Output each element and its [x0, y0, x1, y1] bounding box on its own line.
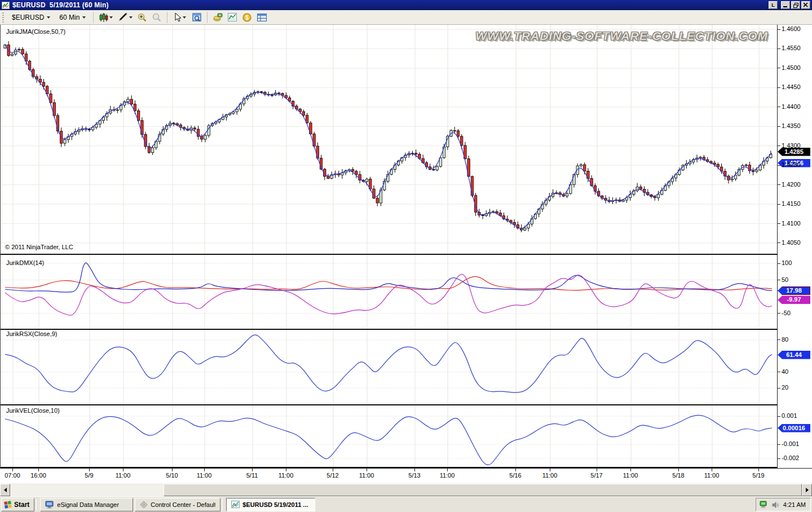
horizontal-scrollbar[interactable]: [0, 483, 812, 496]
data-box-icon: [192, 13, 202, 22]
network-icon[interactable]: [760, 501, 769, 509]
dmx-magenta-badge: -9.97: [778, 295, 810, 304]
vel-panel-label: JurikVEL(Close,10): [6, 407, 60, 414]
time-axis-label: 11:00: [359, 472, 374, 479]
link-button[interactable]: L: [769, 1, 778, 9]
axis-tick: [778, 87, 780, 88]
title-bar[interactable]: $EURUSD 5/19/2011 (60 Min) L: [0, 0, 812, 10]
zoom-out-icon: [152, 13, 161, 22]
volume-icon[interactable]: [772, 501, 780, 509]
axis-tick: [778, 242, 780, 243]
cursor-button[interactable]: [171, 11, 188, 24]
chart-window-icon: [2, 2, 10, 9]
axis-tick: [778, 339, 780, 340]
axis-tick-label: 1.4350: [782, 122, 801, 129]
time-axis-label: 5/18: [672, 472, 684, 479]
axis-tick-label: -0.001: [782, 440, 799, 447]
indicators-icon: [228, 13, 237, 21]
taskbar-separator: [36, 499, 37, 510]
axis-tick: [778, 48, 780, 49]
system-tray: 4:21 AM: [756, 498, 811, 511]
axis-tick: [778, 444, 780, 445]
time-axis-tick: [252, 469, 253, 471]
time-axis[interactable]: 07:0016:005/911:005/1011:005/1111:005/12…: [0, 468, 812, 483]
axis-tick-label: 1.4050: [782, 239, 801, 246]
taskbar-button-1[interactable]: eSignal Data Manager: [40, 498, 133, 511]
chart-plot[interactable]: [1, 25, 778, 468]
indicators-button[interactable]: [226, 11, 239, 24]
strategies-icon: $: [242, 13, 251, 22]
interval-label: 60 Min: [59, 14, 80, 21]
axis-tick-label: 1.4600: [782, 25, 801, 32]
chart-toolbar: $EURUSD 60 Min: [0, 10, 812, 25]
monitor-icon: [45, 501, 54, 509]
time-axis-label: 11:00: [440, 472, 455, 479]
scroll-left-button[interactable]: [0, 484, 10, 496]
axis-tick-label: 1.4250: [782, 161, 801, 168]
chart-style-button[interactable]: [98, 11, 114, 24]
taskbar-button-2[interactable]: Control Center - Default: [135, 498, 220, 511]
chevron-down-icon: [183, 16, 186, 19]
taskbar-button-label: Control Center - Default: [151, 501, 215, 508]
drawing-tools-icon: [118, 13, 128, 21]
taskbar-clock: 4:21 AM: [783, 501, 806, 508]
chart-trader-button[interactable]: [211, 11, 224, 24]
scroll-right-button[interactable]: [802, 484, 812, 496]
axis-tick-label: -50: [782, 310, 791, 316]
dmx-panel-label: JurikDMX(14): [6, 259, 44, 266]
time-axis-tick: [286, 469, 286, 471]
time-axis-tick: [758, 469, 759, 471]
time-axis-tick: [712, 469, 712, 471]
start-button[interactable]: Start: [1, 498, 34, 511]
drawing-tools-button[interactable]: [117, 11, 134, 24]
last-price-badge: 1.4285: [778, 148, 810, 156]
price-axis[interactable]: 1.4285 1.4256 17.98 -9.97 61.44 0.00016 …: [777, 25, 812, 468]
axis-tick-label: 1.4200: [782, 181, 801, 188]
axis-tick: [778, 126, 780, 127]
taskbar-button-3[interactable]: $EURUSD 5/19/2011 ...: [226, 498, 315, 511]
zoom-in-button[interactable]: [136, 11, 148, 24]
time-axis-label: 11:00: [279, 472, 294, 479]
strategies-button[interactable]: $: [241, 11, 253, 24]
taskbar-button-label: eSignal Data Manager: [57, 501, 118, 508]
data-box-button[interactable]: [191, 11, 203, 24]
time-axis-tick: [630, 469, 631, 471]
start-label: Start: [14, 501, 29, 509]
restore-button[interactable]: [791, 1, 800, 9]
axis-tick: [778, 280, 780, 280]
minimize-button[interactable]: [781, 1, 790, 9]
taskbar-separator: [222, 499, 223, 510]
axis-tick-label: 1.4300: [782, 142, 801, 149]
properties-button[interactable]: [255, 11, 268, 24]
axis-tick-label: 1.4500: [782, 64, 801, 71]
interval-selector[interactable]: 60 Min: [56, 12, 89, 23]
dmx-blue-badge: 17.98: [778, 286, 810, 295]
axis-tick: [778, 458, 780, 459]
axis-tick-label: 100: [782, 259, 792, 266]
properties-icon: [257, 14, 267, 21]
axis-tick: [778, 416, 780, 417]
chevron-down-icon: [129, 16, 133, 19]
instrument-selector[interactable]: $EURUSD: [8, 12, 54, 23]
axis-tick-label: 0.001: [782, 412, 797, 419]
axis-tick: [778, 204, 780, 205]
windows-logo-icon: [4, 501, 12, 509]
time-axis-label: 5/19: [752, 472, 764, 479]
axis-tick: [778, 107, 780, 107]
ninjatrader-chart-window: $EURUSD 5/19/2011 (60 Min) L $EURUSD 60 …: [0, 0, 812, 512]
triangle-left-icon: [4, 488, 7, 492]
toolbar-grip[interactable]: [2, 12, 4, 23]
time-axis-tick: [447, 469, 448, 471]
scrollbar-thumb[interactable]: [164, 484, 802, 496]
taskbar-button-label: $EURUSD 5/19/2011 ...: [242, 501, 308, 508]
time-axis-label: 5/12: [326, 472, 338, 479]
close-button[interactable]: [801, 1, 810, 9]
time-axis-label: 11:00: [116, 472, 131, 479]
watermark-text: WWW.TRADING-SOFTWARE-COLLECTION.COM: [475, 29, 768, 43]
chart-trader-icon: [213, 13, 223, 21]
chart-canvas[interactable]: JurikJMA(Close,50,7) JurikDMX(14) JurikR…: [0, 25, 777, 468]
rsx-panel-label: JurikRSX(Close,9): [6, 330, 57, 337]
time-axis-label: 5/10: [166, 472, 178, 479]
rsx-value-badge: 61.44: [778, 351, 810, 359]
zoom-out-button[interactable]: [151, 11, 163, 24]
